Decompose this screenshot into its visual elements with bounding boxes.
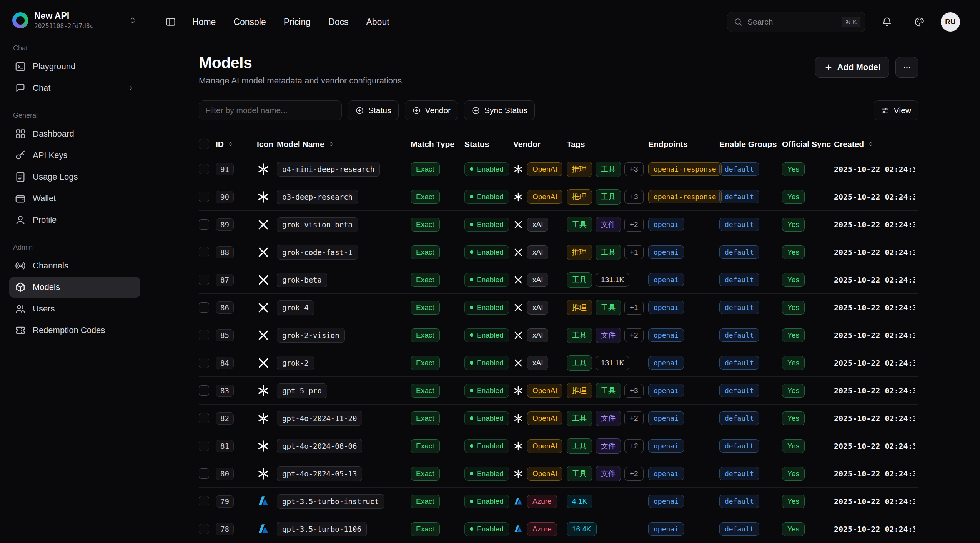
model-name[interactable]: gpt-4o-2024-08-06 bbox=[277, 439, 362, 453]
created-timestamp: 2025-10-22 02:24:3 bbox=[834, 331, 915, 340]
group-badge: default bbox=[719, 301, 759, 314]
tag-badge: 推理 bbox=[567, 189, 592, 205]
sidebar-item-playground[interactable]: Playground bbox=[9, 56, 140, 77]
row-created-cell: 2025-10-22 02:24:3 bbox=[834, 497, 918, 506]
row-checkbox[interactable] bbox=[199, 358, 209, 368]
add-model-button[interactable]: Add Model bbox=[815, 57, 889, 78]
row-checkbox[interactable] bbox=[199, 468, 209, 479]
row-match-cell: Exact bbox=[411, 301, 464, 315]
row-checkbox[interactable] bbox=[199, 247, 209, 257]
row-checkbox[interactable] bbox=[199, 275, 209, 285]
search-input[interactable] bbox=[747, 17, 837, 27]
column-header-label: Match Type bbox=[411, 140, 454, 149]
sidebar-toggle-button[interactable] bbox=[160, 11, 181, 33]
row-tags-cell: 工具131.1K bbox=[567, 355, 648, 371]
row-id-cell: 90 bbox=[216, 191, 257, 203]
app-version: 20251108-2fd7d8c bbox=[34, 22, 93, 30]
model-name[interactable]: o3-deep-research bbox=[277, 190, 358, 204]
vendor-badge: OpenAI bbox=[527, 162, 562, 176]
row-checkbox[interactable] bbox=[199, 192, 209, 202]
sort-button-model-name[interactable] bbox=[328, 140, 335, 148]
model-name[interactable]: gpt-4o-2024-05-13 bbox=[277, 466, 362, 481]
model-name[interactable]: grok-beta bbox=[277, 273, 327, 287]
row-checkbox[interactable] bbox=[199, 524, 209, 534]
row-checkbox[interactable] bbox=[199, 496, 209, 506]
openai-icon bbox=[257, 384, 270, 397]
sidebar-item-profile[interactable]: Profile bbox=[9, 210, 140, 230]
sidebar-item-chat[interactable]: Chat bbox=[9, 78, 140, 98]
table-body: 91o4-mini-deep-researchExactEnabledOpenA… bbox=[199, 155, 918, 543]
workspace-switcher[interactable]: New API 20251108-2fd7d8c bbox=[9, 9, 140, 31]
sidebar-item-dashboard[interactable]: Dashboard bbox=[9, 123, 140, 144]
row-created-cell: 2025-10-22 02:24:3 bbox=[834, 303, 918, 312]
filter-sync-status-button[interactable]: Sync Status bbox=[464, 100, 535, 120]
model-name[interactable]: gpt-3.5-turbo-instruct bbox=[277, 494, 384, 509]
nav-link-docs[interactable]: Docs bbox=[328, 17, 348, 27]
row-checkbox[interactable] bbox=[199, 219, 209, 230]
more-actions-button[interactable] bbox=[895, 57, 918, 78]
row-checkbox[interactable] bbox=[199, 413, 209, 423]
table-row: 89grok-vision-betaExactEnabledxAI工具文件+2o… bbox=[199, 211, 918, 238]
row-endpoints-cell: openai-response bbox=[648, 190, 719, 203]
nav-link-about[interactable]: About bbox=[366, 17, 389, 27]
status-label: Enabled bbox=[477, 525, 504, 533]
row-checkbox[interactable] bbox=[199, 385, 209, 396]
model-name[interactable]: gpt-5-pro bbox=[277, 383, 327, 398]
row-checkbox[interactable] bbox=[199, 164, 209, 174]
openai-icon bbox=[513, 469, 523, 479]
tag-badge: 工具 bbox=[567, 411, 592, 426]
model-filter-box[interactable] bbox=[199, 100, 342, 120]
sort-button-created[interactable] bbox=[867, 140, 874, 148]
sidebar-item-usage-logs[interactable]: Usage Logs bbox=[9, 167, 140, 187]
filter-button-label: Vendor bbox=[425, 106, 451, 115]
sidebar-item-models[interactable]: Models bbox=[9, 277, 140, 298]
nav-link-console[interactable]: Console bbox=[233, 17, 266, 27]
chevrons-up-down-icon[interactable] bbox=[128, 16, 137, 25]
xai-icon bbox=[513, 303, 523, 313]
topbar-actions: ⌘ K RU bbox=[727, 11, 960, 33]
model-name[interactable]: o4-mini-deep-research bbox=[277, 162, 380, 177]
row-endpoints-cell: openai bbox=[648, 218, 719, 231]
search-box[interactable]: ⌘ K bbox=[727, 12, 865, 32]
row-sync-cell: Yes bbox=[782, 273, 834, 287]
row-vendor-cell: xAI bbox=[513, 218, 567, 232]
vendor-badge: xAI bbox=[527, 245, 548, 259]
nav-link-pricing[interactable]: Pricing bbox=[284, 17, 311, 27]
sidebar-item-wallet[interactable]: Wallet bbox=[9, 188, 140, 209]
row-checkbox[interactable] bbox=[199, 330, 209, 340]
model-name[interactable]: gpt-4o-2024-11-20 bbox=[277, 411, 362, 426]
sort-button-id[interactable] bbox=[227, 140, 234, 148]
sidebar-item-users[interactable]: Users bbox=[9, 298, 140, 319]
row-checkbox[interactable] bbox=[199, 441, 209, 451]
tag-badge: +2 bbox=[624, 439, 644, 453]
sidebar-item-api-keys[interactable]: API Keys bbox=[9, 145, 140, 166]
model-name[interactable]: grok-4 bbox=[277, 300, 314, 315]
row-sync-cell: Yes bbox=[782, 218, 834, 232]
model-name[interactable]: grok-vision-beta bbox=[277, 217, 358, 232]
row-groups-cell: default bbox=[719, 190, 782, 203]
filter-button-label: Sync Status bbox=[484, 106, 527, 115]
model-name[interactable]: grok-code-fast-1 bbox=[277, 245, 358, 260]
filter-vendor-button[interactable]: Vendor bbox=[405, 100, 458, 120]
row-endpoints-cell: openai bbox=[648, 245, 719, 259]
row-checkbox[interactable] bbox=[199, 302, 209, 313]
sidebar-nav: ChatPlaygroundChatGeneralDashboardAPI Ke… bbox=[9, 44, 140, 341]
nav-link-home[interactable]: Home bbox=[192, 17, 216, 27]
model-name[interactable]: grok-2 bbox=[277, 356, 314, 370]
model-name[interactable]: gpt-3.5-turbo-1106 bbox=[277, 522, 367, 536]
endpoint-badge: openai bbox=[648, 384, 684, 397]
view-button[interactable]: View bbox=[874, 100, 918, 120]
model-name[interactable]: grok-2-vision bbox=[277, 328, 345, 343]
sidebar-item-channels[interactable]: Channels bbox=[9, 255, 140, 276]
model-filter-input[interactable] bbox=[205, 106, 335, 115]
status-label: Enabled bbox=[477, 193, 504, 201]
filter-status-button[interactable]: Status bbox=[348, 100, 399, 120]
notifications-button[interactable] bbox=[876, 11, 898, 33]
row-model-cell: grok-2-vision bbox=[277, 328, 411, 343]
sidebar-item-redemption-codes[interactable]: Redemption Codes bbox=[9, 320, 140, 341]
key-icon bbox=[15, 150, 26, 161]
avatar[interactable]: RU bbox=[941, 12, 960, 32]
azure-icon bbox=[257, 495, 270, 508]
select-all-checkbox[interactable] bbox=[199, 139, 209, 149]
theme-button[interactable] bbox=[908, 11, 930, 33]
